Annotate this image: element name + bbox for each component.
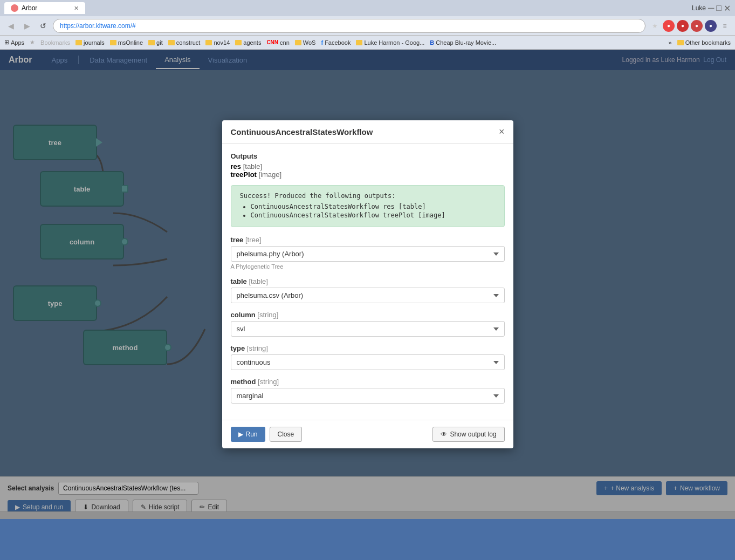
output-item-treeplot: treePlot [image]	[231, 170, 505, 179]
bm-bookmarks: Bookmarks	[40, 39, 70, 46]
run-button[interactable]: ▶ Run	[231, 427, 265, 442]
bookmark-nov14[interactable]: nov14	[205, 39, 230, 46]
table-label-key: table	[231, 277, 247, 285]
outputs-title: Outputs	[231, 152, 505, 160]
bookmark-construct[interactable]: construct	[168, 39, 201, 46]
success-item-0: ContinuousAncestralStatesWorkflow res [t…	[251, 203, 496, 210]
maximize-button[interactable]: □	[716, 3, 722, 13]
eye-icon: 👁	[441, 431, 447, 438]
table-select[interactable]: phelsuma.csv (Arbor)	[231, 288, 505, 303]
bookmark-agents[interactable]: agents	[235, 39, 261, 46]
form-label-tree: tree [tree]	[231, 236, 505, 244]
browser-chrome: Arbor ✕ Luke ─ □ ✕ ◀ ▶ ↺ ★ ● ● ● ● ≡ ⊞ A…	[0, 0, 735, 50]
bookmark-msonline[interactable]: msOnline	[110, 39, 143, 46]
column-label-key: column	[231, 311, 256, 319]
folder-icon	[677, 40, 684, 45]
type-label-key: type	[231, 344, 245, 352]
cnn-logo: CNN	[266, 39, 278, 45]
form-group-column: column [string] svl	[231, 311, 505, 337]
bluray-icon: B	[430, 39, 434, 46]
output-treeplot-type: [image]	[259, 170, 282, 179]
tab-close-button[interactable]: ✕	[74, 5, 79, 12]
table-label-type: [table]	[249, 277, 267, 285]
ext-icon4[interactable]: ●	[705, 20, 717, 32]
modal-close-button[interactable]: ×	[499, 127, 505, 136]
bookmark-facebook[interactable]: fFacebook	[321, 39, 351, 46]
form-group-table: table [table] phelsuma.csv (Arbor)	[231, 277, 505, 303]
success-items-list: ContinuousAncestralStatesWorkflow res [t…	[240, 203, 496, 219]
bookmark-journals[interactable]: journals	[75, 39, 105, 46]
bm-separator: ★	[30, 39, 35, 46]
method-label-key: method	[231, 378, 256, 386]
modal-header: ContinuousAncestralStatesWorkflow ×	[222, 120, 513, 144]
browser-nav: ◀ ▶ ↺ ★ ● ● ● ● ≡	[0, 16, 735, 36]
browser-tab[interactable]: Arbor ✕	[4, 2, 85, 14]
modal-overlay: ContinuousAncestralStatesWorkflow × Outp…	[0, 50, 735, 519]
tab-title: Arbor	[22, 4, 37, 12]
success-box: Success! Produced the following outputs:…	[231, 185, 505, 227]
bookmark-luke-harmon[interactable]: Luke Harmon - Goog...	[356, 39, 424, 46]
address-bar[interactable]	[53, 19, 645, 33]
outputs-section: Outputs res [table] treePlot [image]	[231, 152, 505, 179]
show-output-log-button[interactable]: 👁 Show output log	[432, 427, 504, 442]
form-label-table: table [table]	[231, 277, 505, 285]
bookmark-other[interactable]: Other bookmarks	[677, 39, 731, 46]
facebook-icon: f	[321, 39, 323, 46]
bookmark-bluray[interactable]: BCheap Blu-ray Movie...	[430, 39, 496, 46]
modal-footer: ▶ Run Close 👁 Show output log	[222, 420, 513, 448]
tree-label-type: [tree]	[245, 236, 262, 244]
close-window-button[interactable]: ✕	[724, 3, 731, 13]
minimize-button[interactable]: ─	[708, 3, 714, 13]
bookmark-more[interactable]: »	[669, 39, 672, 46]
canvas-area: Arbor Apps Data Management Analysis Visu…	[0, 50, 735, 519]
bookmark-cnn[interactable]: CNNcnn	[266, 39, 289, 46]
bookmark-wos[interactable]: WoS	[295, 39, 316, 46]
folder-icon	[148, 40, 155, 45]
reload-button[interactable]: ↺	[37, 19, 50, 32]
folder-icon	[75, 40, 82, 45]
modal-title: ContinuousAncestralStatesWorkflow	[231, 127, 373, 136]
bookmark-git[interactable]: git	[148, 39, 163, 46]
form-label-type: type [string]	[231, 344, 505, 352]
star-icon[interactable]: ★	[649, 20, 661, 32]
tab-favicon	[11, 4, 18, 12]
bookmarks-bar: ⊞ Apps ★ Bookmarks journals msOnline git…	[0, 36, 735, 50]
ext-icon1[interactable]: ●	[663, 20, 675, 32]
output-res-key: res	[231, 162, 242, 170]
form-group-tree: tree [tree] phelsuma.phy (Arbor) A Phylo…	[231, 236, 505, 270]
close-button[interactable]: Close	[270, 427, 303, 442]
folder-icon	[235, 40, 242, 45]
ext-icon5[interactable]: ≡	[719, 20, 731, 32]
modal-dialog: ContinuousAncestralStatesWorkflow × Outp…	[222, 120, 513, 448]
method-select[interactable]: marginal	[231, 388, 505, 404]
bookmark-apps[interactable]: ⊞ Apps	[4, 39, 24, 46]
ext-icon3[interactable]: ●	[691, 20, 703, 32]
output-item-res: res [table]	[231, 162, 505, 170]
method-label-type: [string]	[258, 378, 279, 386]
success-message: Success! Produced the following outputs:	[240, 192, 396, 200]
run-play-icon: ▶	[238, 431, 243, 438]
folder-icon	[168, 40, 175, 45]
form-group-method: method [string] marginal	[231, 378, 505, 404]
form-group-type: type [string] continuous	[231, 344, 505, 370]
back-button[interactable]: ◀	[4, 19, 17, 32]
folder-icon	[110, 40, 116, 45]
folder-icon	[356, 40, 362, 45]
apps-icon: ⊞	[4, 39, 9, 46]
column-select[interactable]: svl	[231, 321, 505, 337]
form-label-column: column [string]	[231, 311, 505, 319]
forward-button[interactable]: ▶	[20, 19, 33, 32]
modal-footer-left: ▶ Run Close	[231, 427, 303, 442]
tree-select[interactable]: phelsuma.phy (Arbor)	[231, 246, 505, 262]
output-res-type: [table]	[243, 162, 262, 170]
type-select[interactable]: continuous	[231, 354, 505, 370]
tree-label-key: tree	[231, 236, 244, 244]
nav-icons: ★ ● ● ● ● ≡	[649, 20, 731, 32]
folder-icon	[205, 40, 212, 45]
type-label-type: [string]	[247, 344, 268, 352]
form-label-method: method [string]	[231, 378, 505, 386]
ext-icon2[interactable]: ●	[677, 20, 689, 32]
column-label-type: [string]	[257, 311, 278, 319]
main-content: Arbor Apps Data Management Analysis Visu…	[0, 50, 735, 519]
output-treeplot-key: treePlot	[231, 170, 257, 179]
